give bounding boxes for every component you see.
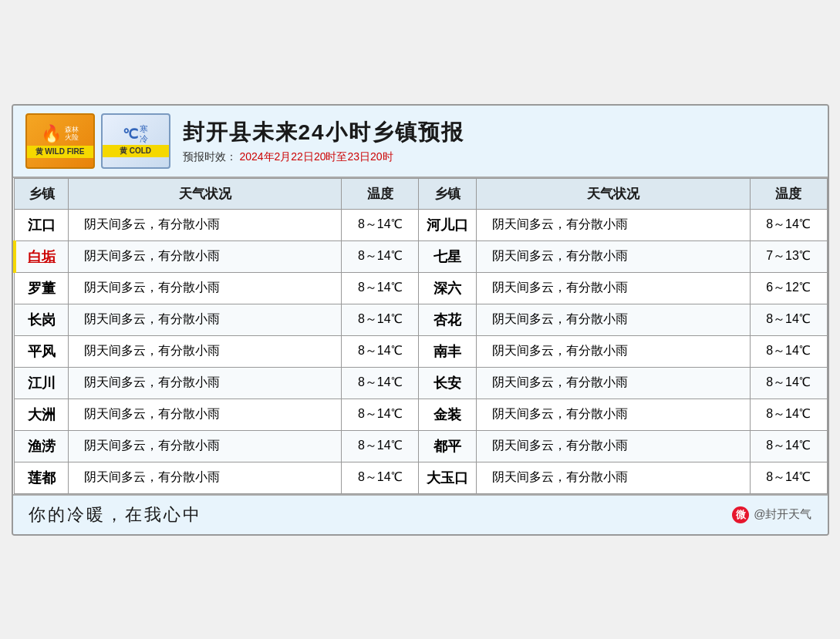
main-card: 🔥 森林火险 黄 WILD FIRE ℃ 寒冷 黄 COLD 封开县未来24小时…: [12, 104, 829, 536]
temp2-cell: 8～14℃: [750, 335, 827, 367]
town2-cell: 杏花: [419, 304, 477, 335]
town1-cell: 大洲: [15, 399, 69, 430]
cold-bottom-bar: 黄 COLD: [103, 145, 169, 157]
temp2-cell: 8～14℃: [750, 367, 827, 399]
sub-label: 预报时效：: [183, 150, 237, 163]
title-area: 封开县未来24小时乡镇预报 预报时效： 2024年2月22日20时至23日20时: [183, 118, 815, 164]
col-header-town2: 乡镇: [419, 178, 477, 209]
footer-brand: 微 @封开天气: [732, 506, 811, 523]
cold-label: 寒冷: [140, 124, 148, 143]
condition2-cell: 阴天间多云，有分散小雨: [477, 367, 750, 399]
fire-icon: 🔥: [41, 124, 62, 144]
town1-cell: 长岗: [15, 304, 69, 335]
temp2-cell: 7～13℃: [750, 240, 827, 272]
temp2-cell: 8～14℃: [750, 462, 827, 493]
temp1-cell: 8～14℃: [342, 462, 419, 493]
temp2-cell: 8～14℃: [750, 430, 827, 462]
temp1-cell: 8～14℃: [342, 304, 419, 335]
temp1-cell: 8～14℃: [342, 272, 419, 304]
footer-slogan: 你的冷暖，在我心中: [29, 503, 202, 526]
town1-cell: 渔涝: [15, 430, 69, 462]
brand-name: @封开天气: [754, 507, 811, 522]
condition2-cell: 阴天间多云，有分散小雨: [477, 240, 750, 272]
town2-cell: 深六: [419, 272, 477, 304]
celsius-icon: ℃: [123, 126, 138, 143]
condition1-cell: 阴天间多云，有分散小雨: [69, 367, 342, 399]
badges-area: 🔥 森林火险 黄 WILD FIRE ℃ 寒冷 黄 COLD: [25, 113, 170, 169]
table-row: 江川阴天间多云，有分散小雨8～14℃长安阴天间多云，有分散小雨8～14℃: [15, 367, 828, 399]
condition2-cell: 阴天间多云，有分散小雨: [477, 304, 750, 335]
sub-title: 预报时效： 2024年2月22日20时至23日20时: [183, 150, 815, 164]
condition2-cell: 阴天间多云，有分散小雨: [477, 462, 750, 493]
condition2-cell: 阴天间多云，有分散小雨: [477, 209, 750, 240]
condition2-cell: 阴天间多云，有分散小雨: [477, 335, 750, 367]
condition1-cell: 阴天间多云，有分散小雨: [69, 209, 342, 240]
temp2-cell: 8～14℃: [750, 399, 827, 430]
town1-cell: 江川: [15, 367, 69, 399]
table-row: 渔涝阴天间多云，有分散小雨8～14℃都平阴天间多云，有分散小雨8～14℃: [15, 430, 828, 462]
condition2-cell: 阴天间多云，有分散小雨: [477, 399, 750, 430]
temp2-cell: 8～14℃: [750, 209, 827, 240]
header: 🔥 森林火险 黄 WILD FIRE ℃ 寒冷 黄 COLD 封开县未来24小时…: [13, 106, 828, 178]
temp1-cell: 8～14℃: [342, 430, 419, 462]
wildfire-label: 森林火险: [65, 126, 79, 142]
condition1-cell: 阴天间多云，有分散小雨: [69, 304, 342, 335]
wildfire-bottom-bar: 黄 WILD FIRE: [27, 146, 93, 158]
cold-badge: ℃ 寒冷 黄 COLD: [101, 113, 170, 169]
town2-cell: 金装: [419, 399, 477, 430]
table-row: 莲都阴天间多云，有分散小雨8～14℃大玉口阴天间多云，有分散小雨8～14℃: [15, 462, 828, 493]
temp1-cell: 8～14℃: [342, 335, 419, 367]
table-row: 白垢阴天间多云，有分散小雨8～14℃七星阴天间多云，有分散小雨7～13℃: [15, 240, 828, 272]
town2-cell: 长安: [419, 367, 477, 399]
temp1-cell: 8～14℃: [342, 209, 419, 240]
town2-cell: 南丰: [419, 335, 477, 367]
weather-table: 乡镇 天气状况 温度 乡镇 天气状况 温度 江口阴天间多云，有分散小雨8～14℃…: [13, 178, 828, 494]
condition1-cell: 阴天间多云，有分散小雨: [69, 430, 342, 462]
col-header-temp2: 温度: [750, 178, 827, 209]
sub-time: 2024年2月22日20时至23日20时: [239, 150, 393, 163]
condition1-cell: 阴天间多云，有分散小雨: [69, 335, 342, 367]
table-row: 长岗阴天间多云，有分散小雨8～14℃杏花阴天间多云，有分散小雨8～14℃: [15, 304, 828, 335]
col-header-temp1: 温度: [342, 178, 419, 209]
col-header-cond2: 天气状况: [477, 178, 750, 209]
town1-cell: 莲都: [15, 462, 69, 493]
table-row: 罗董阴天间多云，有分散小雨8～14℃深六阴天间多云，有分散小雨6～12℃: [15, 272, 828, 304]
condition1-cell: 阴天间多云，有分散小雨: [69, 272, 342, 304]
condition2-cell: 阴天间多云，有分散小雨: [477, 430, 750, 462]
condition2-cell: 阴天间多云，有分散小雨: [477, 272, 750, 304]
town1-cell: 罗董: [15, 272, 69, 304]
wildfire-badge: 🔥 森林火险 黄 WILD FIRE: [25, 113, 95, 169]
footer: 你的冷暖，在我心中 微 @封开天气: [13, 494, 828, 534]
town2-cell: 七星: [419, 240, 477, 272]
condition1-cell: 阴天间多云，有分散小雨: [69, 399, 342, 430]
temp1-cell: 8～14℃: [342, 399, 419, 430]
table-header-row: 乡镇 天气状况 温度 乡镇 天气状况 温度: [15, 178, 828, 209]
table-row: 平风阴天间多云，有分散小雨8～14℃南丰阴天间多云，有分散小雨8～14℃: [15, 335, 828, 367]
town1-cell: 平风: [15, 335, 69, 367]
table-row: 江口阴天间多云，有分散小雨8～14℃河儿口阴天间多云，有分散小雨8～14℃: [15, 209, 828, 240]
weibo-icon: 微: [732, 506, 749, 523]
col-header-town1: 乡镇: [15, 178, 69, 209]
temp2-cell: 8～14℃: [750, 304, 827, 335]
condition1-cell: 阴天间多云，有分散小雨: [69, 240, 342, 272]
main-title: 封开县未来24小时乡镇预报: [183, 118, 815, 147]
col-header-cond1: 天气状况: [69, 178, 342, 209]
condition1-cell: 阴天间多云，有分散小雨: [69, 462, 342, 493]
temp2-cell: 6～12℃: [750, 272, 827, 304]
town2-cell: 大玉口: [419, 462, 477, 493]
table-row: 大洲阴天间多云，有分散小雨8～14℃金装阴天间多云，有分散小雨8～14℃: [15, 399, 828, 430]
town1-cell: 江口: [15, 209, 69, 240]
town2-cell: 河儿口: [419, 209, 477, 240]
town1-cell: 白垢: [15, 240, 69, 272]
temp1-cell: 8～14℃: [342, 240, 419, 272]
temp1-cell: 8～14℃: [342, 367, 419, 399]
town2-cell: 都平: [419, 430, 477, 462]
